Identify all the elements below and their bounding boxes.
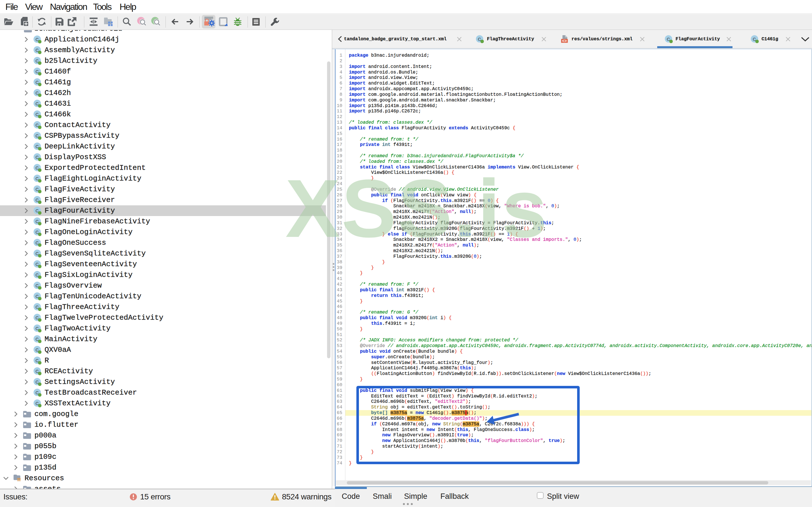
- svg-text:<>: <>: [562, 39, 567, 43]
